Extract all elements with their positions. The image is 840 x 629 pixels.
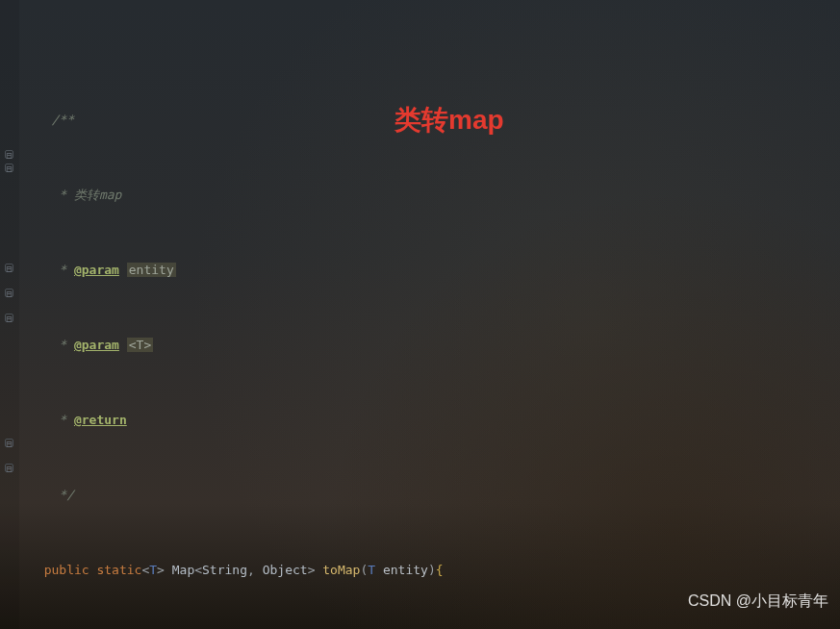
- code-line[interactable]: * @param entity: [29, 258, 840, 283]
- type-param: T: [149, 563, 157, 577]
- fold-toggle-if[interactable]: ⊟: [5, 314, 13, 322]
- fold-toggle-for[interactable]: ⊟: [5, 264, 13, 272]
- javadoc-summary: * 类转map: [51, 188, 121, 202]
- code-line[interactable]: * @param <T>: [29, 333, 840, 358]
- javadoc-param-tag: @param: [74, 263, 119, 277]
- fold-toggle-catch[interactable]: ⊟: [5, 464, 13, 472]
- method-name: toMap: [322, 563, 360, 577]
- javadoc-param-tag: @param: [74, 338, 119, 352]
- javadoc-param-arg: <T>: [127, 338, 153, 352]
- fold-toggle-method[interactable]: ⊟: [5, 164, 13, 172]
- javadoc-close: */: [51, 488, 73, 502]
- fold-toggle-endif[interactable]: ⊟: [5, 439, 13, 447]
- code-line[interactable]: /**: [29, 108, 840, 133]
- javadoc-open: /**: [51, 113, 73, 127]
- code-line[interactable]: * 类转map: [29, 183, 840, 208]
- kw-static: static: [96, 563, 141, 577]
- gutter: ⊟ ⊟ ⊟ ⊟ ⊟ ⊟ ⊟: [0, 0, 19, 629]
- fold-toggle-open[interactable]: ⊟: [5, 150, 13, 159]
- javadoc-param-arg: entity: [127, 263, 176, 277]
- code-line[interactable]: public static<T> Map<String, Object> toM…: [29, 558, 840, 583]
- code-editor[interactable]: ⊟ ⊟ ⊟ ⊟ ⊟ ⊟ ⊟ /** * 类转map * @param entit…: [0, 0, 840, 629]
- kw-public: public: [44, 563, 89, 577]
- code-line[interactable]: * @return: [29, 408, 840, 433]
- javadoc-return-tag: @return: [74, 413, 127, 427]
- fold-toggle-try[interactable]: ⊟: [5, 289, 13, 297]
- code-line[interactable]: */: [29, 483, 840, 508]
